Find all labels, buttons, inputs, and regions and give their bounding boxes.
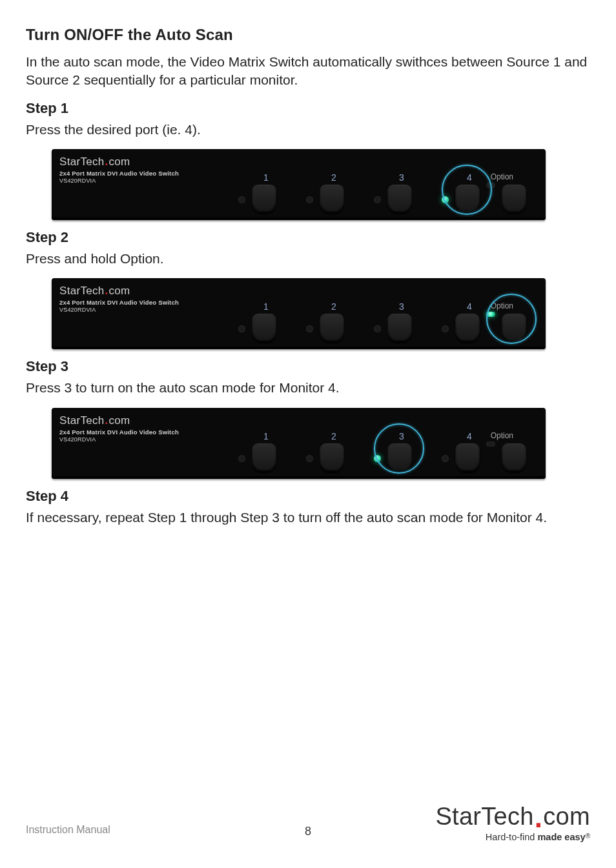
port2-label: 2 xyxy=(331,301,336,312)
option-label: Option xyxy=(491,301,513,310)
step2-text: Press and hold Option. xyxy=(26,250,590,268)
device-brand: StarTech.com xyxy=(59,156,130,168)
port4-label: 4 xyxy=(467,301,472,312)
step3-heading: Step 3 xyxy=(26,358,590,375)
step2-heading: Step 2 xyxy=(26,229,590,246)
footer-manual-label: Instruction Manual xyxy=(26,824,110,836)
option-button[interactable] xyxy=(502,443,526,472)
footer-brand: StarTech.com xyxy=(435,803,590,831)
port3-led-icon xyxy=(374,455,381,462)
port1-label: 1 xyxy=(263,301,269,312)
device-brand: StarTech.com xyxy=(59,285,130,298)
port2-button[interactable] xyxy=(320,185,344,213)
option-button[interactable] xyxy=(502,314,526,342)
step1-figure: StarTech.com 2x4 Port Matrix DVI Audio V… xyxy=(26,149,590,220)
port2-button[interactable] xyxy=(320,443,344,472)
option-led-icon xyxy=(486,183,495,188)
port4-led-icon xyxy=(442,325,449,332)
port1-led-icon xyxy=(238,455,245,462)
brand-dot-icon: . xyxy=(534,802,544,833)
device-panel: StarTech.com 2x4 Port Matrix DVI Audio V… xyxy=(52,408,546,479)
brand-dot-icon: . xyxy=(105,285,109,297)
device-panel: StarTech.com 2x4 Port Matrix DVI Audio V… xyxy=(52,278,546,349)
section-intro: In the auto scan mode, the Video Matrix … xyxy=(26,53,590,90)
port4-button[interactable] xyxy=(455,443,480,472)
section-heading: Turn ON/OFF the Auto Scan xyxy=(26,26,590,44)
brand-dot-icon: . xyxy=(105,156,109,168)
port1-label: 1 xyxy=(263,431,269,441)
option-label: Option xyxy=(491,431,513,440)
port4-label: 4 xyxy=(467,431,472,441)
port3-button[interactable] xyxy=(387,314,412,342)
step2-figure: StarTech.com 2x4 Port Matrix DVI Audio V… xyxy=(26,278,590,349)
port3-label: 3 xyxy=(399,301,404,312)
step3-text: Press 3 to turn on the auto scan mode fo… xyxy=(26,379,590,397)
option-led-icon xyxy=(486,312,495,317)
device-panel: StarTech.com 2x4 Port Matrix DVI Audio V… xyxy=(52,149,546,220)
step4-heading: Step 4 xyxy=(26,488,590,505)
port2-led-icon xyxy=(306,325,313,332)
port1-led-icon xyxy=(238,196,245,203)
page-footer: Instruction Manual 8 StarTech.com Hard-t… xyxy=(26,784,590,842)
device-subtitle: 2x4 Port Matrix DVI Audio Video SwitchVS… xyxy=(59,429,179,443)
option-led-icon xyxy=(486,441,495,447)
step1-text: Press the desired port (ie. 4). xyxy=(26,121,590,139)
port2-label: 2 xyxy=(331,172,336,183)
port2-led-icon xyxy=(306,455,313,462)
page-number: 8 xyxy=(305,825,311,838)
port3-led-icon xyxy=(374,196,381,203)
option-button[interactable] xyxy=(502,185,526,213)
port1-button[interactable] xyxy=(252,185,276,213)
port3-label: 3 xyxy=(399,431,404,441)
port1-led-icon xyxy=(238,325,245,332)
port3-led-icon xyxy=(374,325,381,332)
port4-led-icon xyxy=(442,455,449,462)
brand-dot-icon: . xyxy=(105,414,109,427)
footer-tagline: Hard-to-find made easy® xyxy=(435,832,590,842)
device-subtitle: 2x4 Port Matrix DVI Audio Video SwitchVS… xyxy=(59,299,179,314)
port3-button[interactable] xyxy=(387,185,412,213)
port1-label: 1 xyxy=(263,172,269,183)
manual-page: Turn ON/OFF the Auto Scan In the auto sc… xyxy=(0,0,616,868)
port3-label: 3 xyxy=(399,172,404,183)
port2-button[interactable] xyxy=(320,314,344,342)
port4-label: 4 xyxy=(467,172,472,183)
port4-button[interactable] xyxy=(455,314,480,342)
port1-button[interactable] xyxy=(252,443,276,472)
step1-heading: Step 1 xyxy=(26,100,590,117)
port2-led-icon xyxy=(306,196,313,203)
device-brand: StarTech.com xyxy=(59,414,130,427)
step4-text: If necessary, repeat Step 1 through Step… xyxy=(26,509,590,527)
port4-led-icon xyxy=(442,196,449,203)
device-subtitle: 2x4 Port Matrix DVI Audio Video SwitchVS… xyxy=(59,170,179,185)
port1-button[interactable] xyxy=(252,314,276,342)
footer-logo: StarTech.com Hard-to-find made easy® xyxy=(435,803,590,842)
port4-button[interactable] xyxy=(455,185,480,213)
step3-figure: StarTech.com 2x4 Port Matrix DVI Audio V… xyxy=(26,408,590,479)
option-label: Option xyxy=(491,172,513,181)
port3-button[interactable] xyxy=(387,443,412,472)
port2-label: 2 xyxy=(331,431,336,441)
